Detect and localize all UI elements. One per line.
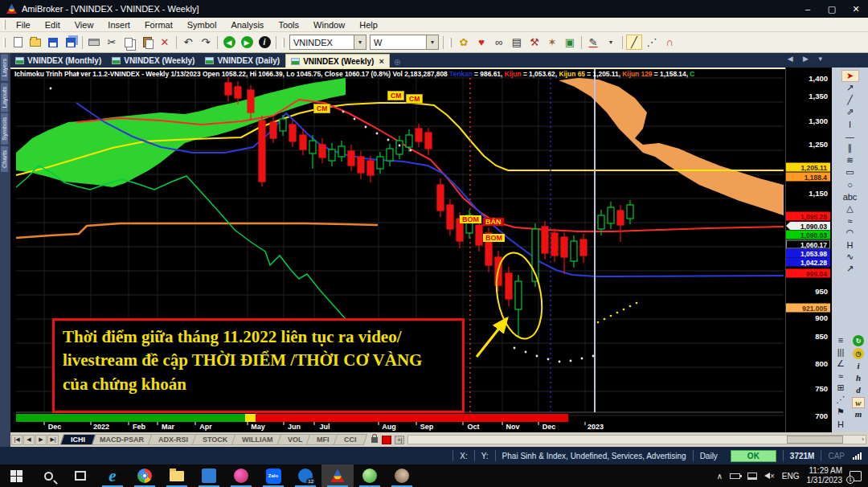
notes-button[interactable]: ▤ — [509, 35, 525, 50]
analysis-button[interactable]: ⚒ — [526, 35, 542, 50]
horizontal-lines-tool-icon[interactable]: ≡ — [832, 334, 850, 346]
chevron-down-icon[interactable]: ▾ — [354, 35, 366, 49]
parallel-lines-tool-icon[interactable]: ∥ — [841, 142, 859, 154]
taskbar-app-pink-button[interactable] — [225, 464, 257, 487]
menu-item[interactable]: Edit — [38, 20, 68, 30]
menu-item[interactable]: Tools — [271, 20, 306, 30]
sheet-tab[interactable]: ADX-RSI — [148, 434, 199, 445]
interval-weekly-button[interactable]: w — [852, 397, 865, 408]
menu-item[interactable]: Help — [352, 20, 385, 30]
task-view-button[interactable] — [64, 464, 96, 487]
clock-button[interactable]: ◷ — [853, 348, 864, 359]
interval-intraday-button[interactable]: i — [852, 361, 865, 372]
language-indicator[interactable]: ENG — [782, 472, 800, 481]
new-button[interactable] — [10, 35, 26, 50]
fib-grid-tool-icon[interactable]: ⊞ — [832, 382, 850, 394]
cycle-lines-tool-icon[interactable]: H — [841, 239, 859, 251]
symbol-combobox[interactable]: VNINDEX ▾ — [289, 35, 366, 50]
taskbar-clock[interactable]: 11:29 AM 1/31/2023 — [807, 466, 843, 485]
triangle-tool-icon[interactable]: △ — [841, 203, 859, 215]
vertical-line-tool-icon[interactable]: I — [841, 118, 859, 130]
document-tab[interactable]: VNINDEX (Daily) — [200, 54, 285, 68]
save-all-button[interactable] — [63, 35, 79, 50]
arc-tool-icon[interactable]: ◠ — [841, 227, 859, 239]
network-icon[interactable] — [747, 473, 757, 480]
horizontal-line-tool-icon[interactable]: — — [841, 130, 859, 142]
layout-split-button[interactable]: +| — [395, 436, 404, 444]
interval-monthly-button[interactable]: m — [852, 409, 865, 420]
sine-tool-icon[interactable]: ∿ — [841, 251, 859, 263]
paste-button[interactable] — [139, 35, 155, 50]
rectangle-tool-icon[interactable]: ▭ — [841, 166, 859, 178]
menu-item[interactable]: Analysis — [223, 20, 271, 30]
sheet-tab[interactable]: MACD-PSAR — [89, 434, 155, 445]
arrow-tool-icon[interactable]: ↗ — [841, 263, 859, 275]
interval-daily-button[interactable]: d — [852, 385, 865, 396]
document-tab[interactable]: VNINDEX (Monthly) — [10, 54, 106, 68]
save-button[interactable] — [45, 35, 61, 50]
delete-button[interactable]: ✕ — [157, 35, 173, 50]
close-tab-icon[interactable]: × — [379, 56, 383, 66]
scrollbar-thumb[interactable] — [787, 436, 843, 444]
sidebar-vertical-tab[interactable]: Symbols — [1, 113, 8, 145]
lock-icon[interactable] — [371, 437, 378, 443]
line-tool-icon[interactable]: ╱ — [841, 94, 859, 106]
draw-color-button[interactable]: ✎ — [585, 35, 601, 50]
taskbar-app-blue-button[interactable] — [193, 464, 225, 487]
document-tab[interactable]: VNINDEX (Weekly) — [107, 54, 199, 68]
sheet-tab[interactable]: WILLIAM — [231, 434, 284, 445]
flag-tool-icon[interactable]: ⚑ — [832, 406, 850, 418]
cycle-tool-icon[interactable]: H — [832, 418, 850, 430]
print-button[interactable] — [86, 35, 102, 50]
export-image-button[interactable]: ▣ — [562, 35, 578, 50]
ellipse-tool-icon[interactable]: ○ — [841, 178, 859, 190]
back-button[interactable]: ◀ — [221, 35, 237, 50]
trendline-tool-icon[interactable]: ↗ — [841, 82, 859, 94]
taskbar-amibroker-button[interactable] — [321, 464, 354, 487]
menu-item[interactable]: Format — [137, 20, 180, 30]
sidebar-vertical-tab[interactable]: Charts — [1, 146, 8, 172]
menu-item[interactable]: View — [68, 20, 101, 30]
start-button[interactable] — [0, 464, 32, 487]
favorites-button[interactable]: ♥ — [473, 35, 489, 50]
forward-button[interactable]: ▶ — [239, 35, 255, 50]
interval-hourly-button[interactable]: h — [852, 373, 865, 384]
next-sheet-button[interactable]: ▶ — [35, 435, 47, 445]
chevron-down-icon[interactable]: ▾ — [603, 35, 619, 50]
menu-item[interactable]: Symbol — [180, 20, 224, 30]
vertical-bars-tool-icon[interactable]: ||| — [832, 346, 850, 358]
maximize-button[interactable]: ▢ — [820, 1, 844, 17]
channel-tool-icon[interactable]: ≋ — [841, 154, 859, 166]
taskbar-zalo-button[interactable]: Zalo — [257, 464, 289, 487]
sheet-tab[interactable]: CCI — [334, 434, 367, 445]
text-tool-icon[interactable]: abc — [841, 190, 859, 203]
fib-arcs-tool-icon[interactable]: ≈ — [832, 370, 850, 382]
taskbar-explorer-button[interactable] — [161, 464, 193, 487]
interval-combobox[interactable]: W ▾ — [370, 35, 439, 50]
pointer-tool-icon[interactable]: ➤ — [841, 70, 859, 82]
menu-item[interactable]: File — [9, 20, 38, 30]
speaker-muted-icon[interactable]: × — [764, 472, 775, 481]
taskbar-paint-button[interactable] — [386, 464, 418, 487]
info-button[interactable]: i — [256, 35, 272, 50]
parameters-button[interactable]: ✿ — [456, 35, 472, 50]
taskbar-app-circle-button[interactable] — [289, 464, 321, 487]
tab-scroll-buttons[interactable]: ◀ ▶ ▾ — [788, 55, 826, 63]
layout-red-button[interactable] — [382, 436, 391, 444]
chart-horizontal-scrollbar[interactable]: › — [407, 435, 866, 444]
new-tab-icon[interactable]: ⊕ — [394, 57, 401, 68]
dashed-line-button[interactable]: ⋰ — [644, 35, 660, 50]
sheet-tab[interactable]: ICHI — [60, 434, 96, 445]
scroll-right-icon[interactable]: › — [862, 436, 864, 443]
sidebar-vertical-tab[interactable]: Layers — [1, 55, 8, 81]
open-button[interactable] — [27, 35, 43, 50]
wave-tool-icon[interactable]: ≈ — [841, 215, 859, 227]
chevron-down-icon[interactable]: ▾ — [426, 35, 438, 49]
sidebar-vertical-tab[interactable]: Layouts — [1, 83, 8, 112]
first-sheet-button[interactable]: |◀ — [11, 435, 23, 445]
tray-chevron-icon[interactable]: ∧ — [717, 472, 723, 481]
view-button[interactable]: ∞ — [491, 35, 507, 50]
taskbar-app-green-button[interactable] — [354, 464, 386, 487]
action-center-icon[interactable]: 1 — [850, 471, 862, 481]
menu-item[interactable]: Insert — [100, 20, 137, 30]
